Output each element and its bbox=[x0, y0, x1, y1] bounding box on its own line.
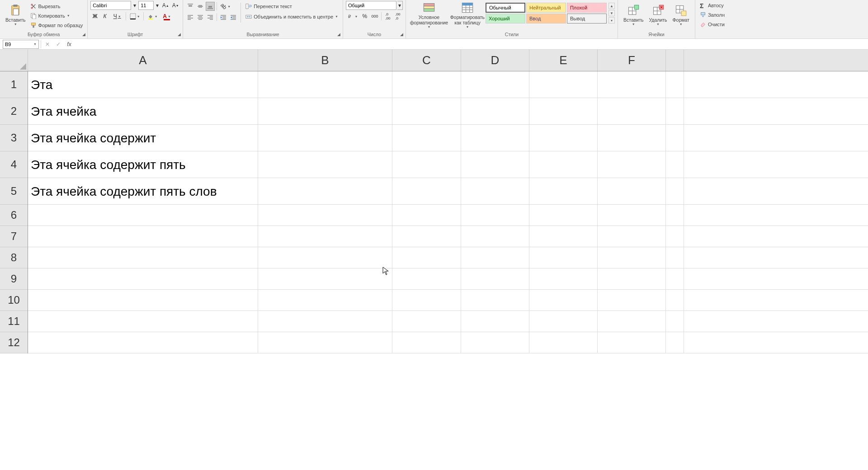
cell-A6[interactable] bbox=[28, 205, 258, 226]
cell-E2[interactable] bbox=[529, 98, 598, 125]
clear-button[interactable]: Очисти bbox=[698, 20, 726, 28]
cell-B5[interactable] bbox=[258, 178, 392, 205]
cell-F5[interactable] bbox=[598, 178, 666, 205]
row-header-11[interactable]: 11 bbox=[0, 311, 28, 332]
font-name-select[interactable] bbox=[90, 1, 131, 10]
cell-D10[interactable] bbox=[461, 290, 529, 311]
align-left-button[interactable] bbox=[186, 13, 195, 22]
row-header-4[interactable]: 4 bbox=[0, 151, 28, 178]
cell-F10[interactable] bbox=[598, 290, 666, 311]
cell-D3[interactable] bbox=[461, 125, 529, 151]
cell-A4[interactable]: Эта ячейка содержит пять bbox=[28, 151, 258, 178]
cell-E1[interactable] bbox=[529, 71, 598, 98]
cell-F1[interactable] bbox=[598, 71, 666, 98]
row-header-12[interactable]: 12 bbox=[0, 332, 28, 353]
col-header-B[interactable]: B bbox=[258, 50, 392, 71]
cell-3[interactable] bbox=[666, 125, 684, 151]
cell-D4[interactable] bbox=[461, 151, 529, 178]
col-header-A[interactable]: A bbox=[28, 50, 258, 71]
align-middle-button[interactable] bbox=[196, 2, 205, 11]
format-as-table-button[interactable]: Форматировать как таблицу▼ bbox=[449, 1, 486, 29]
cell-B12[interactable] bbox=[258, 332, 392, 353]
font-name-dropdown[interactable]: ▾ bbox=[132, 1, 137, 10]
styles-scroll-up[interactable]: ▲ bbox=[609, 3, 615, 9]
increase-decimal-button[interactable]: ,0,00 bbox=[383, 12, 392, 21]
cell-C8[interactable] bbox=[392, 247, 461, 268]
col-header-G[interactable] bbox=[666, 50, 684, 71]
cell-9[interactable] bbox=[666, 268, 684, 290]
cell-D11[interactable] bbox=[461, 311, 529, 332]
cell-11[interactable] bbox=[666, 311, 684, 332]
name-box[interactable]: B9 ▼ bbox=[3, 40, 39, 49]
cell-B3[interactable] bbox=[258, 125, 392, 151]
style-neutral[interactable]: Нейтральный bbox=[526, 3, 566, 13]
row-header-5[interactable]: 5 bbox=[0, 178, 28, 205]
style-normal[interactable]: Обычный bbox=[486, 3, 525, 13]
cell-F2[interactable] bbox=[598, 98, 666, 125]
decrease-decimal-button[interactable]: ,00,0 bbox=[393, 12, 402, 21]
cell-F9[interactable] bbox=[598, 268, 666, 290]
style-bad[interactable]: Плохой bbox=[567, 3, 607, 13]
cell-C11[interactable] bbox=[392, 311, 461, 332]
cell-B6[interactable] bbox=[258, 205, 392, 226]
cell-D8[interactable] bbox=[461, 247, 529, 268]
cell-B10[interactable] bbox=[258, 290, 392, 311]
row-header-8[interactable]: 8 bbox=[0, 247, 28, 268]
number-format-dropdown[interactable]: ▾ bbox=[397, 1, 403, 10]
cell-8[interactable] bbox=[666, 247, 684, 268]
bold-button[interactable]: Ж bbox=[90, 12, 99, 21]
font-size-select[interactable] bbox=[138, 1, 154, 10]
underline-button[interactable]: Ч▼ bbox=[110, 12, 124, 21]
cell-A11[interactable] bbox=[28, 311, 258, 332]
col-header-F[interactable]: F bbox=[598, 50, 666, 71]
increase-font-button[interactable]: A▲ bbox=[161, 1, 170, 10]
clipboard-dialog-launcher[interactable]: ◢ bbox=[81, 32, 86, 37]
cell-E7[interactable] bbox=[529, 226, 598, 247]
cell-A10[interactable] bbox=[28, 290, 258, 311]
cell-E12[interactable] bbox=[529, 332, 598, 353]
autosum-button[interactable]: Σ Автосу bbox=[698, 1, 726, 9]
delete-cells-button[interactable]: Удалить▼ bbox=[646, 1, 670, 29]
cell-E9[interactable] bbox=[529, 268, 598, 290]
align-right-button[interactable] bbox=[206, 13, 215, 22]
cell-5[interactable] bbox=[666, 178, 684, 205]
col-header-D[interactable]: D bbox=[461, 50, 529, 71]
cell-A3[interactable]: Эта ячейка содержит bbox=[28, 125, 258, 151]
fill-button[interactable]: Заполн bbox=[698, 10, 726, 19]
cell-A1[interactable]: Эта bbox=[28, 71, 258, 98]
cell-4[interactable] bbox=[666, 151, 684, 178]
cell-B9[interactable] bbox=[258, 268, 392, 290]
row-header-6[interactable]: 6 bbox=[0, 205, 28, 226]
cancel-formula-button[interactable]: ✕ bbox=[43, 40, 52, 49]
format-cells-button[interactable]: Формат▼ bbox=[670, 1, 692, 29]
italic-button[interactable]: К bbox=[100, 12, 109, 21]
align-bottom-button[interactable] bbox=[206, 2, 215, 11]
cell-D6[interactable] bbox=[461, 205, 529, 226]
row-header-1[interactable]: 1 bbox=[0, 71, 28, 98]
cell-F7[interactable] bbox=[598, 226, 666, 247]
insert-cells-button[interactable]: Вставить▼ bbox=[621, 1, 646, 29]
accounting-format-button[interactable]: ₽▼ bbox=[346, 12, 359, 21]
align-top-button[interactable] bbox=[186, 2, 195, 11]
formula-input[interactable] bbox=[75, 40, 865, 49]
cell-D12[interactable] bbox=[461, 332, 529, 353]
name-box-dropdown[interactable]: ▼ bbox=[33, 42, 37, 46]
styles-scroll-down[interactable]: ▼ bbox=[609, 10, 615, 16]
cell-F8[interactable] bbox=[598, 247, 666, 268]
copy-button[interactable]: Копировать ▼ bbox=[28, 11, 85, 20]
cell-C7[interactable] bbox=[392, 226, 461, 247]
font-dialog-launcher[interactable]: ◢ bbox=[176, 32, 182, 37]
cell-F11[interactable] bbox=[598, 311, 666, 332]
cell-12[interactable] bbox=[666, 332, 684, 353]
cell-A5[interactable]: Эта ячейка содержит пять слов bbox=[28, 178, 258, 205]
cell-E4[interactable] bbox=[529, 151, 598, 178]
cell-C5[interactable] bbox=[392, 178, 461, 205]
cell-E10[interactable] bbox=[529, 290, 598, 311]
cell-C2[interactable] bbox=[392, 98, 461, 125]
alignment-dialog-launcher[interactable]: ◢ bbox=[336, 32, 342, 37]
cut-button[interactable]: Вырезать bbox=[28, 2, 85, 10]
align-center-button[interactable] bbox=[196, 13, 205, 22]
wrap-text-button[interactable]: Перенести текст bbox=[244, 2, 340, 10]
cell-C1[interactable] bbox=[392, 71, 461, 98]
cell-A12[interactable] bbox=[28, 332, 258, 353]
